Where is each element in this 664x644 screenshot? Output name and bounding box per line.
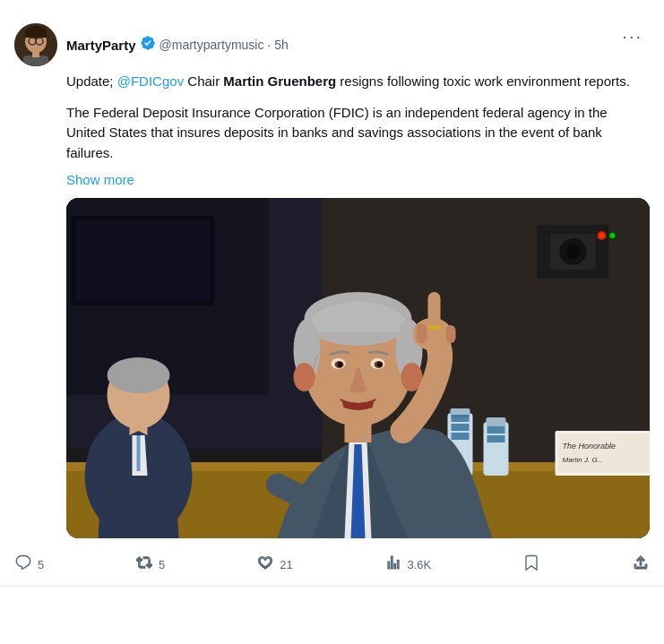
like-action[interactable]: 21: [256, 554, 292, 575]
svg-rect-32: [487, 426, 505, 434]
more-options-button[interactable]: ···: [615, 23, 650, 48]
svg-rect-45: [137, 435, 141, 471]
svg-rect-29: [452, 433, 470, 440]
tweet-text-para2: The Federal Deposit Insurance Corporatio…: [66, 103, 650, 164]
tweet-body: Update; @FDICgov Chair Martin Gruenberg …: [14, 72, 650, 187]
svg-rect-63: [428, 325, 441, 330]
svg-point-44: [108, 357, 170, 393]
svg-rect-62: [446, 325, 456, 343]
user-display-name: MartyParty: [66, 38, 136, 53]
user-handle: @martypartymusic · 5h: [160, 38, 289, 52]
views-action[interactable]: 3.6K: [384, 554, 432, 575]
svg-rect-8: [32, 52, 39, 57]
tweet-text-chair: Chair: [184, 73, 223, 89]
tweet-bold-name: Martin Gruenberg: [223, 73, 336, 89]
svg-point-22: [610, 233, 616, 238]
svg-point-55: [338, 362, 343, 367]
svg-point-20: [599, 233, 605, 238]
user-info: MartyParty @martypartymusic · 5h: [66, 35, 289, 55]
svg-text:Martin J. G...: Martin J. G...: [563, 456, 604, 464]
svg-rect-31: [487, 417, 506, 426]
share-action[interactable]: [632, 554, 650, 575]
svg-rect-61: [417, 323, 427, 343]
tweet-text-prefix: Update;: [66, 73, 117, 89]
svg-rect-60: [428, 292, 441, 339]
tweet-header: MartyParty @martypartymusic · 5h ···: [14, 23, 650, 66]
retweet-action[interactable]: 5: [135, 554, 165, 575]
svg-rect-3: [25, 32, 47, 38]
svg-rect-33: [487, 435, 505, 442]
svg-point-57: [294, 363, 315, 391]
tweet-header-left: MartyParty @martypartymusic · 5h: [14, 23, 289, 66]
reply-count: 5: [38, 558, 44, 571]
svg-rect-35: [558, 434, 651, 473]
svg-rect-13: [76, 220, 211, 301]
reply-action[interactable]: 5: [14, 554, 44, 575]
user-name-row: MartyParty @martypartymusic · 5h: [66, 35, 289, 55]
tweet-card: MartyParty @martypartymusic · 5h ··· Upd…: [0, 9, 664, 587]
svg-point-18: [566, 245, 581, 259]
tweet-text-suffix: resigns following toxic work environment…: [336, 73, 630, 89]
verified-badge-icon: [140, 35, 156, 55]
retweet-icon: [135, 554, 153, 575]
views-count: 3.6K: [408, 558, 432, 571]
like-count: 21: [280, 558, 292, 571]
svg-text:The Honorable: The Honorable: [563, 442, 617, 451]
share-icon: [632, 554, 650, 575]
views-icon: [384, 554, 402, 575]
bookmark-action[interactable]: [522, 554, 540, 575]
svg-rect-28: [452, 424, 470, 431]
tweet-actions: 5 5 21 3.6K: [14, 547, 650, 586]
like-icon: [256, 554, 274, 575]
svg-point-56: [377, 362, 383, 367]
show-more-link[interactable]: Show more: [66, 172, 650, 187]
svg-rect-27: [452, 415, 470, 422]
retweet-count: 5: [159, 558, 165, 571]
tweet-text-main: Update; @FDICgov Chair Martin Gruenberg …: [66, 72, 650, 92]
avatar[interactable]: [14, 23, 57, 66]
reply-icon: [14, 554, 32, 575]
tweet-image[interactable]: The Honorable Martin J. G...: [66, 198, 650, 538]
bookmark-icon: [522, 554, 540, 575]
mention-fdicgov[interactable]: @FDICgov: [117, 73, 184, 89]
